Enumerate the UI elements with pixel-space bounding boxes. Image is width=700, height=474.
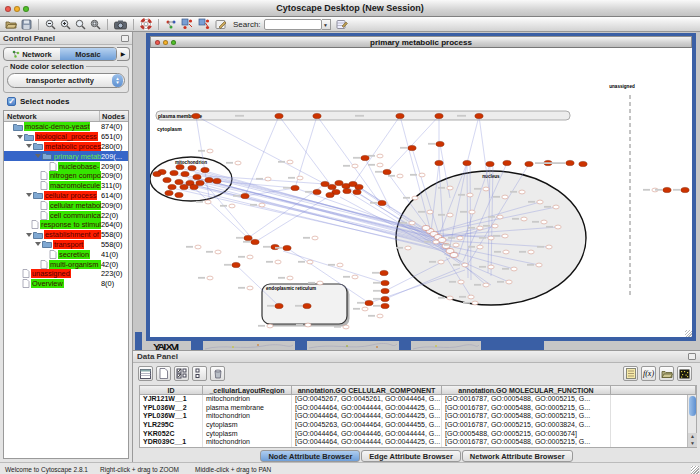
tree-row[interactable]: primary metabo209(... (4, 151, 128, 161)
select-nodes-checkbox[interactable]: ✓ (7, 97, 16, 106)
tree-row-label[interactable]: biological_process (35, 132, 98, 141)
document-icon (49, 162, 57, 171)
table-row[interactable]: YPL036W__2plasma membrane[GO:0044464, GO… (140, 404, 696, 413)
zoom-selected-icon[interactable] (90, 18, 101, 31)
table-row[interactable]: YKR052Ccytoplasm[GO:0044464, GO:0044446,… (140, 430, 696, 439)
tree-row[interactable]: metabolic process280(0) (4, 142, 128, 152)
table-cell: mitochondrion (203, 395, 292, 404)
matrix-icon[interactable] (677, 366, 692, 381)
tree-row[interactable]: cell communicat22(0) (4, 210, 128, 220)
attribute-list-icon[interactable] (623, 366, 638, 381)
tree-row[interactable]: cellular process614(0) (4, 191, 128, 201)
document-icon (40, 260, 48, 269)
tab-network[interactable]: Network (4, 48, 60, 60)
new-doc-icon[interactable] (156, 366, 171, 381)
expand-triangle-icon[interactable] (26, 144, 32, 148)
layout-icon-1[interactable] (181, 18, 194, 31)
expand-triangle-icon[interactable] (35, 242, 41, 246)
status-zoom-hint: Right-click + drag to ZOOM (100, 466, 179, 473)
snapshot-icon[interactable] (114, 18, 127, 31)
window-controls[interactable] (5, 6, 29, 12)
import-network-icon[interactable] (165, 18, 177, 31)
expand-triangle-icon[interactable] (17, 135, 23, 139)
expand-triangle-icon[interactable] (26, 193, 32, 197)
unselect-attributes-icon[interactable] (192, 366, 207, 381)
tree-row-label[interactable]: unassigned (31, 269, 71, 278)
table-cell: mitochondrion (203, 438, 292, 447)
folder-icon (24, 133, 34, 141)
search-config-icon[interactable] (336, 18, 348, 31)
tree-row[interactable]: biological_process651(0) (4, 132, 128, 142)
table-row[interactable]: YDR039C__1mitochondrion[GO:0044464, GO:0… (140, 438, 696, 447)
tree-row-label[interactable]: mosaic-demo-yeast (24, 122, 90, 131)
network-window-controls[interactable] (155, 40, 176, 45)
tree-row-label[interactable]: transport (53, 240, 84, 249)
tab-mosaic[interactable]: Mosaic (60, 48, 116, 60)
zoom-in-icon[interactable] (60, 18, 71, 31)
table-header-row[interactable]: ID _cellularLayoutRegion annotation.GO C… (140, 386, 696, 395)
tree-row-label[interactable]: nitrogen compo (49, 171, 101, 180)
tree-row-label[interactable]: nucleobase- (58, 162, 100, 171)
tree-row[interactable]: response to stimulu264(0) (4, 220, 128, 230)
tree-row-label[interactable]: macromolecule (49, 181, 101, 190)
zoom-button[interactable] (23, 6, 29, 12)
window-resize-grip[interactable] (685, 330, 692, 337)
resize-grip[interactable] (691, 466, 699, 474)
annotation-icon[interactable] (215, 18, 227, 31)
tree-row-label[interactable]: primary metabo (53, 152, 101, 161)
search-input[interactable] (264, 19, 322, 30)
expand-triangle-icon[interactable] (35, 154, 41, 158)
tree-row-label[interactable]: multi-organism pro (49, 260, 101, 269)
expand-triangle-icon[interactable] (26, 233, 32, 237)
table-row[interactable]: YPL036W__1mitochondrion[GO:0044464, GO:0… (140, 412, 696, 421)
tree-row[interactable]: establishment of lo558(0) (4, 230, 128, 240)
tree-row-label[interactable]: cell communicat (49, 211, 101, 220)
tree-row[interactable]: secretion41(0) (4, 249, 128, 259)
tree-row-label[interactable]: response to stimulu (40, 220, 101, 229)
tree-row[interactable]: transport558(0) (4, 240, 128, 250)
zoom-fit-icon[interactable] (75, 18, 86, 31)
float-panel-icon[interactable] (121, 35, 129, 42)
tree-row[interactable]: Overview8(0) (4, 279, 128, 289)
tree-row[interactable]: nucleobase-209(0) (4, 161, 128, 171)
tab-overflow-arrow[interactable]: ▶ (117, 47, 130, 61)
tree-row-label[interactable]: cellular metabol (49, 201, 101, 210)
tab-node-attribute-browser[interactable]: Node Attribute Browser (260, 450, 360, 462)
network-canvas[interactable]: plasma membranecytoplasmmitochondrionnuc… (150, 48, 692, 337)
function-icon[interactable]: f(x) (641, 366, 656, 381)
tree-row-label[interactable]: establishment of lo (44, 230, 101, 239)
open-icon[interactable] (5, 18, 17, 31)
save-icon[interactable] (21, 18, 32, 31)
tree-row[interactable]: mosaic-demo-yeast874(0) (4, 122, 128, 132)
tree-row[interactable]: nitrogen compo209(0) (4, 171, 128, 181)
tab-edge-attribute-browser[interactable]: Edge Attribute Browser (361, 450, 460, 462)
tree-row-label[interactable]: cellular process (44, 191, 97, 200)
table-vscrollbar[interactable]: ▲▼ (687, 395, 696, 447)
delete-attribute-icon[interactable] (210, 366, 225, 381)
tree-row-count: 223(0) (101, 269, 128, 278)
table-row[interactable]: YJR121W__1mitochondrion[GO:0045267, GO:0… (140, 395, 696, 404)
tab-network-attribute-browser[interactable]: Network Attribute Browser (462, 450, 573, 462)
tree-row[interactable]: cellular metabol209(0) (4, 200, 128, 210)
layout-icon-2[interactable] (198, 18, 211, 31)
import-attributes-icon[interactable] (659, 366, 674, 381)
minimize-button[interactable] (14, 6, 20, 12)
tree-row-label[interactable]: secretion (58, 250, 90, 259)
attribute-table[interactable]: ID _cellularLayoutRegion annotation.GO C… (139, 385, 697, 448)
data-panel-float-icon[interactable] (688, 353, 696, 360)
table-row[interactable]: YLR295Ccytoplasm[GO:0045263, GO:0044464,… (140, 421, 696, 430)
node-color-dropdown[interactable]: transporter activity ▲▼ (7, 73, 125, 88)
tree-row[interactable]: multi-organism pro42(0) (4, 259, 128, 269)
search-dropdown-button[interactable]: ▼ (322, 19, 331, 30)
close-button[interactable] (5, 6, 11, 12)
tree-row-label[interactable]: Overview (31, 279, 64, 288)
network-window-titlebar[interactable]: primary metabolic process (150, 36, 692, 48)
select-attributes-icon[interactable] (174, 366, 189, 381)
table-icon[interactable] (138, 366, 153, 381)
tree-row[interactable]: unassigned223(0) (4, 269, 128, 279)
tree-row-label[interactable]: metabolic process (44, 142, 101, 151)
tree-row[interactable]: macromolecule311(0) (4, 181, 128, 191)
document-icon (22, 269, 30, 278)
zoom-out-icon[interactable] (45, 18, 56, 31)
help-ring-icon[interactable] (140, 18, 152, 31)
